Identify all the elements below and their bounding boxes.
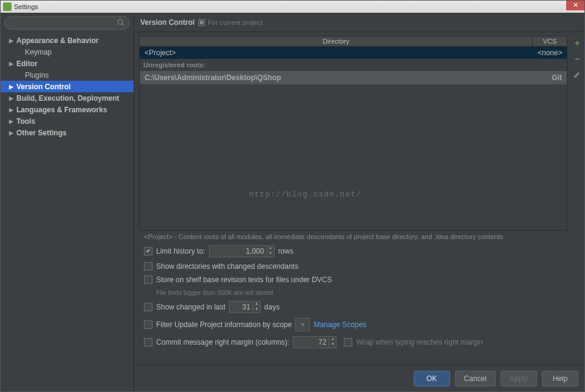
store-shelf-label: Store on shelf base revision texts for f… — [156, 275, 332, 284]
svg-line-1 — [122, 24, 124, 25]
show-changed-label: Show changed in last — [156, 303, 225, 311]
sidebar-item-keymap[interactable]: Keymap — [1, 46, 134, 58]
show-changed-suffix: days — [264, 303, 279, 311]
col-vcs[interactable]: VCS — [533, 36, 567, 46]
sidebar-item-other[interactable]: ▶Other Settings — [1, 127, 134, 138]
main: Version Control For current project Dire… — [134, 13, 584, 391]
search-input[interactable] — [4, 16, 130, 30]
opt-commit-margin: Commit message right margin (columns): ▲… — [144, 336, 563, 348]
limit-history-label: Limit history to: — [156, 247, 205, 255]
sidebar-item-label: Editor — [16, 59, 38, 68]
breadcrumb: Version Control — [140, 18, 194, 27]
limit-history-spinner[interactable]: ▲▼ — [267, 245, 275, 257]
wrap-label: Wrap when typing reaches right margin — [356, 338, 483, 346]
show-changed-field: ▲▼ — [229, 301, 261, 313]
sidebar-item-label: Languages & Frameworks — [16, 106, 107, 114]
show-changed-input[interactable] — [229, 301, 253, 313]
store-shelf-hint: File texts bigger than 500K are not stor… — [144, 289, 563, 296]
sidebar-item-tools[interactable]: ▶Tools — [1, 115, 134, 127]
cell-vcs: <none> — [533, 49, 567, 57]
window-close-button[interactable]: ✕ — [566, 1, 584, 10]
sidebar-item-appearance[interactable]: ▶Appearance & Behavior — [1, 35, 134, 46]
search-wrap — [1, 13, 134, 33]
sidebar-item-label: Plugins — [25, 71, 49, 79]
filter-scope-label: Filter Update Project information by sco… — [156, 320, 292, 329]
content-inner: Directory VCS <Project> <none> Unregiste… — [134, 32, 570, 365]
wrap-checkbox[interactable] — [344, 338, 352, 346]
sidebar-item-label: Other Settings — [16, 129, 67, 137]
remove-button[interactable]: − — [572, 54, 582, 64]
commit-margin-checkbox[interactable] — [144, 338, 152, 346]
ok-button[interactable]: OK — [414, 371, 450, 387]
scope-label: For current project — [208, 19, 262, 26]
svg-point-0 — [118, 19, 123, 24]
body: ▶Appearance & Behavior Keymap ▶Editor Pl… — [1, 13, 584, 391]
show-changed-checkbox[interactable] — [144, 303, 152, 311]
settings-tree: ▶Appearance & Behavior Keymap ▶Editor Pl… — [1, 33, 134, 391]
sidebar-item-label: Tools — [16, 117, 35, 126]
commit-margin-spinner[interactable]: ▲▼ — [329, 336, 337, 348]
options-panel: <Project> - Content roots of all modules… — [139, 231, 567, 353]
opt-filter-scope: Filter Update Project information by sco… — [144, 318, 563, 331]
app-icon — [3, 2, 12, 11]
opt-limit-history: Limit history to: ▲▼ rows — [144, 245, 563, 257]
sidebar: ▶Appearance & Behavior Keymap ▶Editor Pl… — [1, 13, 134, 391]
show-dirs-checkbox[interactable] — [144, 262, 152, 271]
watermark-text: http://blog.csdn.net/ — [249, 190, 361, 199]
limit-history-checkbox[interactable] — [144, 247, 152, 255]
sidebar-item-languages[interactable]: ▶Languages & Frameworks — [1, 104, 134, 115]
sidebar-item-label: Version Control — [16, 83, 70, 91]
table-body: <Project> <none> Unregistered roots: C:\… — [140, 47, 567, 230]
content: Directory VCS <Project> <none> Unregiste… — [134, 32, 584, 365]
help-button[interactable]: Help — [542, 371, 578, 387]
cell-directory: <Project> — [140, 49, 533, 57]
svg-rect-3 — [200, 21, 204, 24]
show-dirs-label: Show directories with changed descendant… — [156, 262, 298, 271]
filter-scope-checkbox[interactable] — [144, 320, 152, 329]
cell-directory: C:\Users\Administrator\Desktop\QShop — [140, 73, 533, 82]
sidebar-item-plugins[interactable]: Plugins — [1, 69, 134, 81]
commit-margin-field: ▲▼ — [293, 336, 337, 348]
opt-show-changed: Show changed in last ▲▼ days — [144, 301, 563, 313]
window-title: Settings — [14, 3, 38, 10]
sidebar-item-editor[interactable]: ▶Editor — [1, 58, 134, 69]
table-row[interactable]: <Project> <none> — [140, 47, 567, 59]
limit-history-suffix: rows — [278, 247, 293, 255]
store-shelf-checkbox[interactable] — [144, 275, 152, 284]
project-hint: <Project> - Content roots of all modules… — [144, 233, 563, 240]
commit-margin-input[interactable] — [293, 336, 329, 348]
opt-show-dirs: Show directories with changed descendant… — [144, 262, 563, 271]
dialog-footer: OK Cancel Apply Help — [134, 365, 584, 391]
search-icon — [117, 18, 125, 27]
sidebar-item-label: Appearance & Behavior — [16, 36, 98, 45]
sidebar-item-label: Keymap — [25, 48, 52, 56]
side-toolbar: + − — [570, 32, 584, 365]
sidebar-item-build[interactable]: ▶Build, Execution, Deployment — [1, 92, 134, 104]
add-button[interactable]: + — [572, 38, 582, 48]
table-header: Directory VCS — [140, 36, 567, 47]
unregistered-label: Unregistered roots: — [140, 59, 567, 71]
limit-history-field: ▲▼ — [209, 245, 275, 257]
titlebar: Settings ✕ — [1, 1, 584, 13]
edit-button[interactable] — [572, 70, 582, 79]
manage-scopes-link[interactable]: Manage Scopes — [313, 320, 366, 329]
opt-store-shelf: Store on shelf base revision texts for f… — [144, 275, 563, 284]
settings-window: Settings ✕ ▶Appearance & Behavior Keymap… — [0, 0, 585, 392]
limit-history-input[interactable] — [209, 245, 267, 257]
sidebar-item-version-control[interactable]: ▶Version Control — [1, 81, 134, 92]
col-directory[interactable]: Directory — [140, 36, 533, 46]
table-row-unregistered[interactable]: C:\Users\Administrator\Desktop\QShop Git — [140, 71, 567, 84]
sidebar-item-label: Build, Execution, Deployment — [16, 94, 119, 103]
commit-margin-label: Commit message right margin (columns): — [156, 338, 289, 346]
apply-button[interactable]: Apply — [501, 371, 537, 387]
project-scope-icon — [198, 19, 205, 26]
cancel-button[interactable]: Cancel — [455, 371, 496, 387]
vcs-table: Directory VCS <Project> <none> Unregiste… — [139, 36, 567, 231]
main-header: Version Control For current project — [134, 13, 584, 32]
cell-vcs: Git — [533, 73, 567, 82]
show-changed-spinner[interactable]: ▲▼ — [253, 301, 261, 313]
scope-combo[interactable]: ▼ — [295, 318, 310, 331]
